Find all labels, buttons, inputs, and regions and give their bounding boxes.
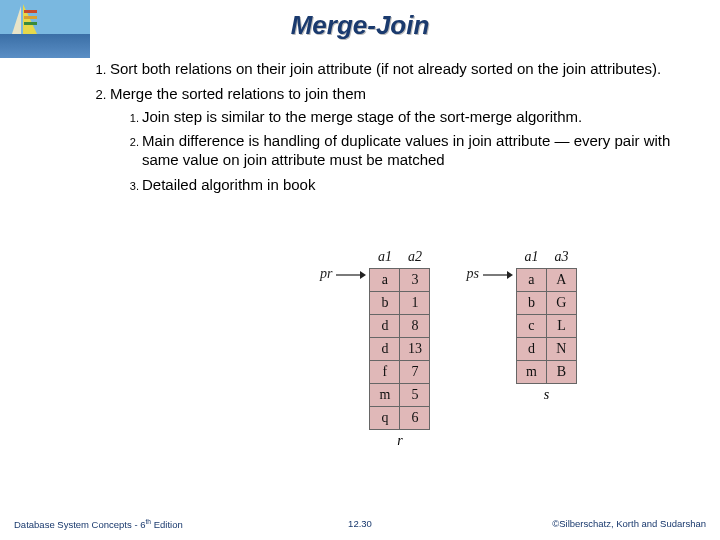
- table-row: cL: [516, 315, 576, 338]
- table-cell: b: [516, 292, 546, 315]
- table-row: bG: [516, 292, 576, 315]
- table-cell: d: [370, 315, 400, 338]
- svg-marker-1: [360, 271, 366, 279]
- bullet-2-3-text: Detailed algorithm in book: [142, 176, 315, 193]
- table-cell: c: [516, 315, 546, 338]
- table-cell: 1: [400, 292, 430, 315]
- relation-r-table: a1a2a3b1d8d13f7m5q6: [369, 248, 430, 430]
- table-cell: L: [546, 315, 576, 338]
- table-row: b1: [370, 292, 430, 315]
- table-cell: 6: [400, 407, 430, 430]
- table-cell: m: [370, 384, 400, 407]
- table-row: m5: [370, 384, 430, 407]
- table-cell: 7: [400, 361, 430, 384]
- relation-s-name: s: [544, 387, 549, 403]
- bullet-2-text: Merge the sorted relations to join them: [110, 85, 366, 102]
- bullet-2-3: Detailed algorithm in book: [142, 176, 690, 195]
- footer-page-number: 12.30: [348, 518, 372, 529]
- pointer-r-label: pr: [320, 266, 332, 282]
- column-header: a3: [546, 248, 576, 269]
- slide-title: Merge-Join: [0, 0, 720, 41]
- table-cell: 3: [400, 269, 430, 292]
- table-cell: d: [516, 338, 546, 361]
- table-cell: f: [370, 361, 400, 384]
- bullet-2-2-text: Main difference is handling of duplicate…: [142, 132, 670, 168]
- relation-s-block: ps a1a3aAbGcLdNmB s: [466, 248, 576, 403]
- column-header: a1: [370, 248, 400, 269]
- slide-footer: Database System Concepts - 6th Edition 1…: [0, 518, 720, 530]
- bullet-2: Merge the sorted relations to join them …: [110, 85, 690, 195]
- relation-r-name: r: [397, 433, 402, 449]
- bullet-2-1: Join step is similar to the merge stage …: [142, 108, 690, 127]
- bullet-1-text: Sort both relations on their join attrib…: [110, 60, 661, 77]
- table-cell: d: [370, 338, 400, 361]
- slide-content: Sort both relations on their join attrib…: [88, 60, 690, 201]
- bullet-2-1-text: Join step is similar to the merge stage …: [142, 108, 582, 125]
- table-cell: N: [546, 338, 576, 361]
- table-cell: B: [546, 361, 576, 384]
- bullet-2-2: Main difference is handling of duplicate…: [142, 132, 690, 170]
- table-row: aA: [516, 269, 576, 292]
- table-cell: a: [516, 269, 546, 292]
- table-row: dN: [516, 338, 576, 361]
- table-cell: G: [546, 292, 576, 315]
- svg-marker-3: [507, 271, 513, 279]
- footer-left: Database System Concepts - 6th Edition: [14, 518, 183, 530]
- table-cell: q: [370, 407, 400, 430]
- relation-r-block: pr a1a2a3b1d8d13f7m5q6 r: [320, 248, 430, 449]
- arrow-icon: [483, 268, 513, 282]
- table-cell: A: [546, 269, 576, 292]
- table-row: f7: [370, 361, 430, 384]
- table-cell: a: [370, 269, 400, 292]
- table-cell: 8: [400, 315, 430, 338]
- merge-join-figure: pr a1a2a3b1d8d13f7m5q6 r ps a1a3aAbGcLdN…: [320, 248, 577, 449]
- relation-s-table: a1a3aAbGcLdNmB: [516, 248, 577, 384]
- column-header: a1: [516, 248, 546, 269]
- pointer-s-label: ps: [466, 266, 478, 282]
- table-row: q6: [370, 407, 430, 430]
- table-row: d8: [370, 315, 430, 338]
- table-cell: 13: [400, 338, 430, 361]
- table-cell: m: [516, 361, 546, 384]
- arrow-icon: [336, 268, 366, 282]
- column-header: a2: [400, 248, 430, 269]
- table-row: d13: [370, 338, 430, 361]
- table-cell: b: [370, 292, 400, 315]
- slide-logo: [0, 0, 90, 58]
- footer-right: ©Silberschatz, Korth and Sudarshan: [552, 518, 706, 530]
- table-cell: 5: [400, 384, 430, 407]
- table-row: a3: [370, 269, 430, 292]
- bullet-1: Sort both relations on their join attrib…: [110, 60, 690, 79]
- table-row: mB: [516, 361, 576, 384]
